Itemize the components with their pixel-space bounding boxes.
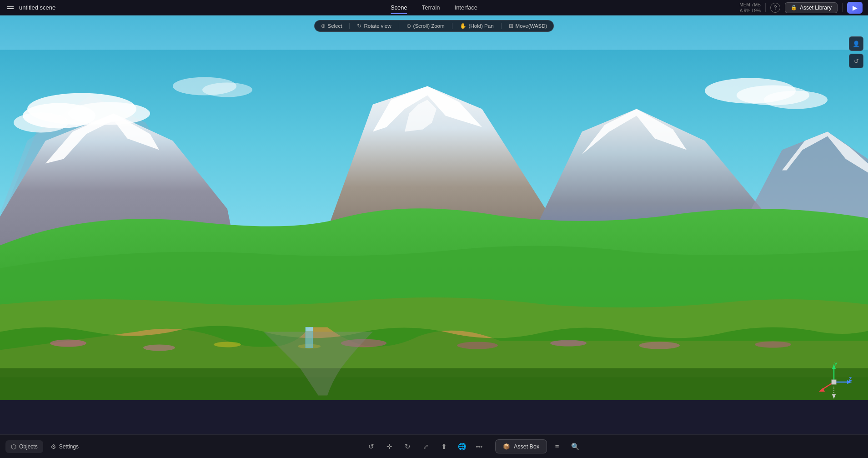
viewport[interactable]: ⊕ Select ↻ Rotate view ⊙ (Scroll) Zoom ✋… — [0, 15, 868, 434]
avatar-button[interactable]: 👤 — [849, 36, 863, 51]
tab-scene[interactable]: Scene — [383, 1, 415, 14]
rotate-tool-button[interactable]: ↻ — [400, 438, 416, 455]
move-tool-button[interactable]: ✛ — [381, 438, 398, 455]
scene-background — [0, 15, 868, 434]
more-icon: ••• — [476, 443, 483, 450]
scale-tool-icon: ⤢ — [423, 443, 429, 451]
tool-rotate-view[interactable]: ↻ Rotate view — [357, 23, 391, 29]
world-button[interactable]: 🌐 — [454, 438, 471, 455]
topbar-nav: Scene Terrain Interface — [383, 1, 485, 14]
toolbar-top: ⊕ Select ↻ Rotate view ⊙ (Scroll) Zoom ✋… — [314, 20, 554, 32]
settings-icon: ⚙ — [50, 443, 56, 450]
svg-rect-33 — [306, 327, 313, 331]
snap-button[interactable]: ⬆ — [436, 438, 452, 455]
snap-icon: ⬆ — [441, 443, 447, 451]
folder-button[interactable]: ≡ — [549, 438, 565, 455]
search-button[interactable]: 🔍 — [567, 438, 583, 455]
svg-point-24 — [143, 345, 175, 351]
search-icon: 🔍 — [571, 443, 580, 451]
lock-icon: 🔒 — [791, 5, 797, 10]
zoom-icon: ⊙ — [406, 23, 411, 29]
help-button[interactable]: ? — [770, 3, 780, 13]
divider — [765, 3, 766, 12]
svg-point-27 — [550, 340, 587, 347]
topbar-right: MEM 7MB A 9% I 9% ? 🔒 Asset Library ▶ — [739, 2, 863, 14]
topbar-left: untitled scene — [5, 4, 55, 11]
scale-tool-button[interactable]: ⤢ — [418, 438, 434, 455]
svg-text:Y: Y — [834, 362, 838, 367]
svg-point-20 — [202, 83, 252, 97]
svg-point-14 — [68, 102, 150, 125]
objects-icon: ⬡ — [11, 443, 16, 450]
toolbar-sep-4 — [501, 23, 502, 29]
folder-icon: ≡ — [555, 443, 559, 450]
svg-point-30 — [214, 342, 241, 347]
svg-point-26 — [457, 342, 498, 349]
bottombar-left: ⬡ Objects ⚙ Settings — [5, 440, 84, 453]
svg-point-23 — [50, 340, 86, 347]
play-button[interactable]: ▶ — [847, 2, 863, 14]
divider2 — [842, 3, 843, 12]
scene-svg — [0, 15, 868, 434]
svg-marker-44 — [832, 394, 836, 399]
rotate-view-icon: ↻ — [357, 23, 362, 29]
refresh-icon: ↺ — [854, 58, 859, 65]
tab-terrain[interactable]: Terrain — [415, 1, 447, 14]
svg-point-18 — [764, 91, 828, 109]
asset-library-button[interactable]: 🔒 Asset Library — [785, 2, 838, 13]
side-buttons: 👤 ↺ — [849, 36, 863, 68]
tool-zoom[interactable]: ⊙ (Scroll) Zoom — [406, 23, 445, 29]
asset-box-button[interactable]: 📦 Asset Box — [495, 439, 547, 453]
objects-tab[interactable]: ⬡ Objects — [5, 440, 43, 453]
toolbar-sep-1 — [350, 23, 350, 29]
scene-title: untitled scene — [19, 4, 55, 11]
select-icon: ⊕ — [321, 23, 326, 29]
settings-tab[interactable]: ⚙ Settings — [45, 440, 84, 453]
memory-info: MEM 7MB A 9% I 9% — [739, 2, 761, 14]
svg-point-29 — [755, 342, 791, 348]
more-tools-button[interactable]: ••• — [472, 440, 486, 453]
pan-icon: ✋ — [460, 23, 467, 29]
tool-move[interactable]: ⊞ Move(WASD) — [509, 23, 547, 29]
bottombar-center: ↺ ✛ ↻ ⤢ ⬆ 🌐 ••• 📦 Asset Box ≡ 🔍 — [84, 438, 863, 455]
toolbar-sep-3 — [452, 23, 452, 29]
hamburger-menu[interactable] — [5, 5, 15, 11]
refresh-button[interactable]: ↺ — [849, 54, 863, 68]
tool-select[interactable]: ⊕ Select — [321, 23, 342, 29]
world-icon: 🌐 — [458, 443, 467, 451]
tab-interface[interactable]: Interface — [447, 1, 485, 14]
asset-box-icon: 📦 — [503, 443, 510, 450]
reset-tool-button[interactable]: ↺ — [363, 438, 380, 455]
move-icon: ⊞ — [509, 23, 513, 29]
topbar: untitled scene Scene Terrain Interface M… — [0, 0, 868, 15]
coordinate-gizmo: Y Z — [813, 362, 854, 403]
svg-rect-42 — [832, 380, 836, 384]
bottombar: ⬡ Objects ⚙ Settings ↺ ✛ ↻ ⤢ ⬆ 🌐 ••• — [0, 434, 868, 458]
move-tool-icon: ✛ — [386, 443, 392, 451]
svg-point-15 — [14, 113, 68, 133]
avatar-icon: 👤 — [853, 40, 860, 47]
reset-icon: ↺ — [368, 443, 374, 451]
svg-text:Z: Z — [849, 377, 852, 382]
toolbar-sep-2 — [399, 23, 399, 29]
rotate-tool-icon: ↻ — [405, 443, 411, 451]
tool-pan[interactable]: ✋ (Hold) Pan — [460, 23, 494, 29]
svg-point-28 — [639, 342, 680, 349]
